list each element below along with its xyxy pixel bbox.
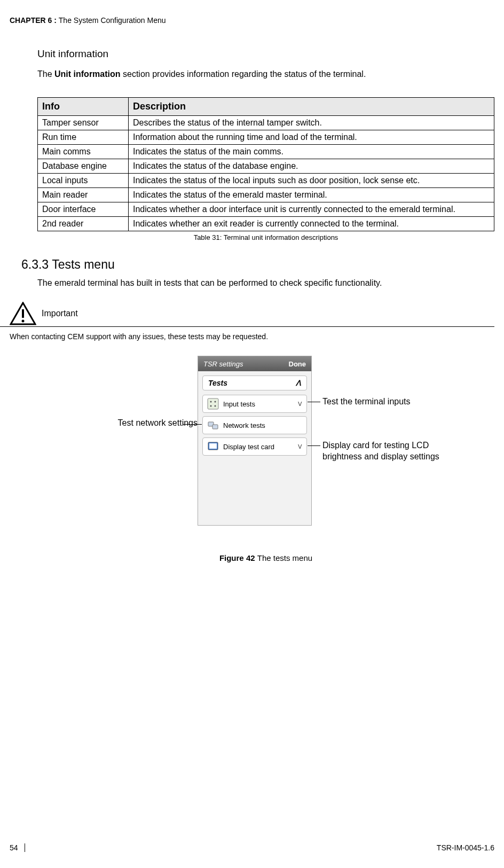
menu-item-network-tests[interactable]: Network tests <box>202 416 307 434</box>
table-row: Main commsIndicates the status of the ma… <box>38 145 494 159</box>
svg-rect-3 <box>208 398 218 409</box>
callout-network-tests: Test network settings <box>69 418 198 429</box>
screen-titlebar: TSR settings Done <box>198 356 311 371</box>
subsection-intro: The emerald terminal has built in tests … <box>37 278 494 288</box>
display-icon <box>207 441 219 452</box>
svg-rect-11 <box>209 443 217 449</box>
svg-rect-9 <box>212 425 218 429</box>
table-row: Tamper sensorDescribes the status of the… <box>38 116 494 130</box>
document-code: TSR-IM-0045-1.6 <box>437 843 494 852</box>
menu-item-input-tests[interactable]: Input tests ᐯ <box>202 395 307 413</box>
menu-item-label: Input tests <box>223 400 255 408</box>
keypad-icon <box>207 398 219 410</box>
callout-line <box>183 424 202 425</box>
menu-item-label: Network tests <box>223 421 265 429</box>
svg-point-4 <box>210 401 212 403</box>
table-row: Door interfaceIndicates whether a door i… <box>38 202 494 217</box>
figure-area: TSR settings Done Tests ᐱ Input tests ᐯ … <box>37 356 494 548</box>
page-footer: 54 TSR-IM-0045-1.6 <box>0 843 504 852</box>
device-screenshot: TSR settings Done Tests ᐱ Input tests ᐯ … <box>198 356 312 526</box>
page-header: CHAPTER 6 : The System Configuration Men… <box>0 16 504 25</box>
callout-display-test-card: Display card for testing LCD brightness … <box>322 440 451 463</box>
svg-point-7 <box>215 405 216 407</box>
subsection-title-tests-menu: 6.3.3 Tests menu <box>21 257 494 272</box>
figure-caption: Figure 42 The tests menu <box>37 553 494 562</box>
callout-input-tests: Test the terminal inputs <box>322 396 451 408</box>
chevron-down-icon: ᐯ <box>298 401 302 408</box>
callout-line <box>308 445 320 446</box>
th-desc: Description <box>129 98 494 116</box>
menu-item-display-test-card[interactable]: Display test card ᐯ <box>202 437 307 456</box>
section-header-tests[interactable]: Tests ᐱ <box>202 376 307 390</box>
menu-item-label: Display test card <box>223 443 274 451</box>
chapter-title: The System Configuration Menu <box>59 16 166 25</box>
warning-icon <box>10 302 36 325</box>
chevron-down-icon: ᐯ <box>298 443 302 450</box>
important-label: Important <box>42 309 78 318</box>
important-text: When contacting CEM support with any iss… <box>0 330 494 341</box>
section-intro: The Unit information section provides in… <box>37 69 494 79</box>
table-row: 2nd readerIndicates whether an exit read… <box>38 217 494 231</box>
table-caption: Table 31: Terminal unit information desc… <box>37 233 494 241</box>
table-row: Main readerIndicates the status of the e… <box>38 188 494 202</box>
table-row: Database engineIndicates the status of t… <box>38 159 494 174</box>
section-title-unit-information: Unit information <box>37 48 494 60</box>
chevron-up-icon: ᐱ <box>296 379 301 387</box>
th-info: Info <box>38 98 129 116</box>
svg-point-2 <box>22 320 25 323</box>
unit-info-table: Info Description Tamper sensorDescribes … <box>37 97 494 231</box>
svg-point-5 <box>215 401 216 403</box>
done-button[interactable]: Done <box>289 360 306 368</box>
callout-line <box>308 402 320 402</box>
table-row: Local inputsIndicates the status of the … <box>38 174 494 188</box>
table-row: Run timeInformation about the running ti… <box>38 130 494 145</box>
page-number: 54 <box>10 843 25 852</box>
chapter-number: CHAPTER 6 : <box>10 16 59 25</box>
network-icon <box>207 419 219 431</box>
svg-point-6 <box>210 405 212 407</box>
important-block: Important <box>0 302 494 327</box>
titlebar-text: TSR settings <box>203 360 243 368</box>
